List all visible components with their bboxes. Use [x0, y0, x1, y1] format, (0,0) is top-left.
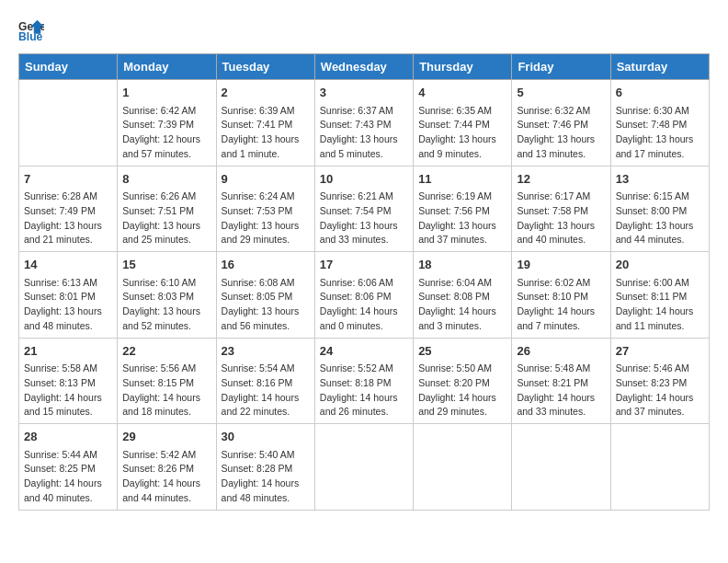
daylight-text: Daylight: 14 hours and 44 minutes. — [122, 477, 200, 503]
sunrise-text: Sunrise: 5:56 AM — [122, 362, 196, 373]
day-number: 24 — [320, 342, 408, 361]
day-number: 26 — [517, 342, 605, 361]
calendar-cell: 2Sunrise: 6:39 AMSunset: 7:41 PMDaylight… — [216, 80, 314, 167]
sunrise-text: Sunrise: 5:58 AM — [24, 362, 97, 373]
sunrise-text: Sunrise: 6:26 AM — [122, 190, 196, 201]
calendar-cell: 26Sunrise: 5:48 AMSunset: 8:21 PMDayligh… — [512, 338, 610, 424]
daylight-text: Daylight: 13 hours and 1 minute. — [222, 133, 300, 159]
day-number: 18 — [418, 256, 506, 274]
day-number: 7 — [24, 170, 112, 189]
sunrise-text: Sunrise: 6:17 AM — [517, 190, 590, 201]
calendar-cell — [414, 424, 512, 511]
daylight-text: Daylight: 13 hours and 37 minutes. — [418, 220, 496, 246]
daylight-text: Daylight: 13 hours and 25 minutes. — [122, 220, 200, 246]
sunrise-text: Sunrise: 5:42 AM — [122, 449, 196, 460]
calendar-cell: 11Sunrise: 6:19 AMSunset: 7:56 PMDayligh… — [414, 166, 512, 252]
calendar-week-1: 1Sunrise: 6:42 AMSunset: 7:39 PMDaylight… — [19, 80, 710, 167]
calendar-cell — [610, 424, 709, 511]
calendar-cell: 21Sunrise: 5:58 AMSunset: 8:13 PMDayligh… — [19, 338, 118, 424]
sunrise-text: Sunrise: 6:04 AM — [418, 277, 492, 288]
sunrise-text: Sunrise: 6:37 AM — [320, 105, 393, 116]
weekday-header-sunday: Sunday — [19, 54, 118, 80]
sunrise-text: Sunrise: 6:39 AM — [222, 105, 295, 116]
day-number: 6 — [616, 84, 704, 102]
daylight-text: Daylight: 14 hours and 40 minutes. — [24, 477, 102, 503]
sunset-text: Sunset: 8:18 PM — [320, 377, 392, 388]
calendar-cell: 13Sunrise: 6:15 AMSunset: 8:00 PMDayligh… — [610, 166, 709, 252]
calendar-week-2: 7Sunrise: 6:28 AMSunset: 7:49 PMDaylight… — [19, 166, 710, 252]
daylight-text: Daylight: 14 hours and 15 minutes. — [24, 392, 102, 418]
calendar-cell: 24Sunrise: 5:52 AMSunset: 8:18 PMDayligh… — [314, 338, 413, 424]
weekday-header-row: SundayMondayTuesdayWednesdayThursdayFrid… — [19, 54, 710, 80]
calendar-cell: 12Sunrise: 6:17 AMSunset: 7:58 PMDayligh… — [512, 166, 610, 252]
calendar-cell: 29Sunrise: 5:42 AMSunset: 8:26 PMDayligh… — [118, 424, 216, 511]
sunrise-text: Sunrise: 5:46 AM — [616, 362, 689, 373]
sunset-text: Sunset: 8:28 PM — [222, 463, 293, 474]
calendar-cell: 19Sunrise: 6:02 AMSunset: 8:10 PMDayligh… — [512, 252, 610, 339]
sunset-text: Sunset: 8:06 PM — [320, 291, 392, 302]
sunset-text: Sunset: 8:23 PM — [616, 377, 688, 388]
daylight-text: Daylight: 14 hours and 29 minutes. — [418, 392, 496, 418]
calendar-cell: 16Sunrise: 6:08 AMSunset: 8:05 PMDayligh… — [216, 252, 314, 339]
calendar-cell: 9Sunrise: 6:24 AMSunset: 7:53 PMDaylight… — [216, 166, 314, 252]
day-number: 14 — [24, 256, 112, 274]
sunrise-text: Sunrise: 6:10 AM — [122, 277, 196, 288]
sunrise-text: Sunrise: 6:42 AM — [122, 105, 196, 116]
sunset-text: Sunset: 8:25 PM — [24, 463, 96, 474]
logo-icon: General Blue — [18, 18, 44, 44]
daylight-text: Daylight: 14 hours and 7 minutes. — [517, 305, 595, 331]
calendar-cell: 25Sunrise: 5:50 AMSunset: 8:20 PMDayligh… — [414, 338, 512, 424]
calendar-week-4: 21Sunrise: 5:58 AMSunset: 8:13 PMDayligh… — [19, 338, 710, 424]
sunrise-text: Sunrise: 6:19 AM — [418, 190, 492, 201]
calendar-week-3: 14Sunrise: 6:13 AMSunset: 8:01 PMDayligh… — [19, 252, 710, 339]
calendar-cell: 27Sunrise: 5:46 AMSunset: 8:23 PMDayligh… — [610, 338, 709, 424]
daylight-text: Daylight: 14 hours and 48 minutes. — [222, 477, 300, 503]
sunset-text: Sunset: 7:49 PM — [24, 205, 96, 216]
daylight-text: Daylight: 13 hours and 56 minutes. — [222, 305, 300, 331]
daylight-text: Daylight: 14 hours and 26 minutes. — [320, 392, 398, 418]
sunset-text: Sunset: 7:46 PM — [517, 119, 588, 130]
daylight-text: Daylight: 13 hours and 9 minutes. — [418, 133, 496, 159]
day-number: 13 — [616, 170, 704, 189]
calendar-cell: 17Sunrise: 6:06 AMSunset: 8:06 PMDayligh… — [314, 252, 413, 339]
sunrise-text: Sunrise: 5:40 AM — [222, 449, 295, 460]
daylight-text: Daylight: 13 hours and 29 minutes. — [222, 220, 300, 246]
sunrise-text: Sunrise: 5:52 AM — [320, 362, 393, 373]
day-number: 17 — [320, 256, 408, 274]
sunset-text: Sunset: 8:10 PM — [517, 291, 588, 302]
day-number: 11 — [418, 170, 506, 189]
calendar-cell: 28Sunrise: 5:44 AMSunset: 8:25 PMDayligh… — [19, 424, 118, 511]
calendar-cell — [314, 424, 413, 511]
weekday-header-saturday: Saturday — [610, 54, 709, 80]
day-number: 27 — [616, 342, 704, 361]
sunset-text: Sunset: 7:41 PM — [222, 119, 293, 130]
sunset-text: Sunset: 7:48 PM — [616, 119, 688, 130]
sunset-text: Sunset: 7:53 PM — [222, 205, 293, 216]
calendar-cell: 14Sunrise: 6:13 AMSunset: 8:01 PMDayligh… — [19, 252, 118, 339]
sunset-text: Sunset: 8:05 PM — [222, 291, 293, 302]
logo: General Blue — [18, 18, 48, 44]
sunrise-text: Sunrise: 6:21 AM — [320, 190, 393, 201]
weekday-header-monday: Monday — [118, 54, 216, 80]
daylight-text: Daylight: 14 hours and 18 minutes. — [122, 392, 200, 418]
day-number: 25 — [418, 342, 506, 361]
sunset-text: Sunset: 7:43 PM — [320, 119, 392, 130]
sunrise-text: Sunrise: 6:15 AM — [616, 190, 689, 201]
sunrise-text: Sunrise: 5:44 AM — [24, 449, 97, 460]
day-number: 23 — [222, 342, 310, 361]
sunset-text: Sunset: 7:39 PM — [122, 119, 194, 130]
daylight-text: Daylight: 13 hours and 33 minutes. — [320, 220, 398, 246]
weekday-header-thursday: Thursday — [414, 54, 512, 80]
sunrise-text: Sunrise: 6:24 AM — [222, 190, 295, 201]
daylight-text: Daylight: 13 hours and 40 minutes. — [517, 220, 595, 246]
day-number: 16 — [222, 256, 310, 274]
sunrise-text: Sunrise: 6:32 AM — [517, 105, 590, 116]
sunrise-text: Sunrise: 6:06 AM — [320, 277, 393, 288]
sunrise-text: Sunrise: 6:13 AM — [24, 277, 97, 288]
day-number: 19 — [517, 256, 605, 274]
sunrise-text: Sunrise: 6:35 AM — [418, 105, 492, 116]
sunset-text: Sunset: 7:51 PM — [122, 205, 194, 216]
calendar-cell: 1Sunrise: 6:42 AMSunset: 7:39 PMDaylight… — [118, 80, 216, 167]
daylight-text: Daylight: 13 hours and 48 minutes. — [24, 305, 102, 331]
day-number: 12 — [517, 170, 605, 189]
